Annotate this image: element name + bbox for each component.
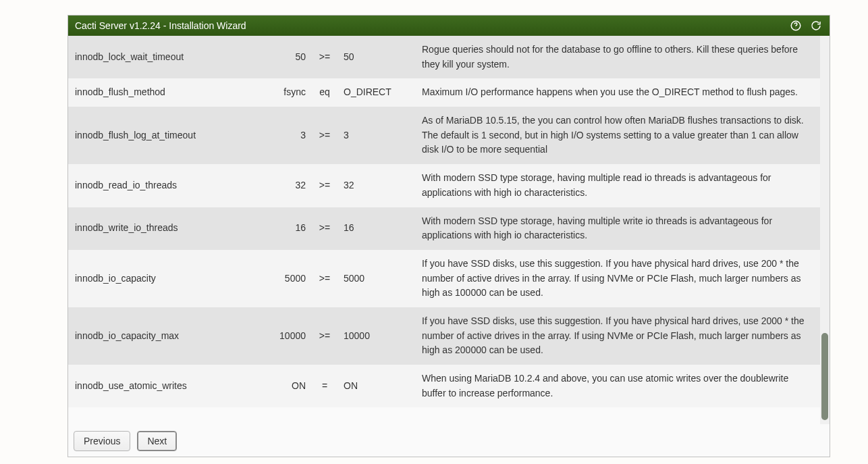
setting-recommended: 10000 bbox=[338, 307, 416, 365]
table-row: innodb_io_capacity 5000 >= 5000 If you h… bbox=[68, 250, 820, 307]
table-row: innodb_use_atomic_writes ON = ON When us… bbox=[68, 365, 820, 407]
setting-name: innodb_read_io_threads bbox=[68, 164, 244, 207]
settings-scroll-region: innodb_lock_wait_timeout 50 >= 50 Rogue … bbox=[68, 36, 820, 424]
setting-op: = bbox=[311, 365, 338, 407]
setting-recommended: 3 bbox=[338, 107, 416, 164]
setting-name: innodb_flush_log_at_timeout bbox=[68, 107, 244, 164]
setting-recommended: O_DIRECT bbox=[338, 78, 416, 107]
help-icon[interactable] bbox=[789, 19, 803, 32]
setting-name: innodb_write_io_threads bbox=[68, 207, 244, 250]
setting-op: >= bbox=[311, 107, 338, 164]
table-row: innodb_flush_log_at_timeout 3 >= 3 As of… bbox=[68, 107, 820, 164]
wizard-footer: Previous Next bbox=[68, 424, 830, 457]
setting-op: eq bbox=[311, 78, 338, 107]
setting-name: innodb_flush_method bbox=[68, 78, 244, 107]
reload-icon[interactable] bbox=[809, 19, 823, 32]
setting-recommended: 50 bbox=[338, 36, 416, 78]
table-row: innodb_io_capacity_max 10000 >= 10000 If… bbox=[68, 307, 820, 365]
previous-button[interactable]: Previous bbox=[74, 431, 130, 451]
setting-current: 50 bbox=[244, 36, 311, 78]
setting-desc: Rogue queries should not for the databas… bbox=[416, 36, 820, 78]
table-row: innodb_write_io_threads 16 >= 16 With mo… bbox=[68, 207, 820, 250]
table-row: innodb_lock_wait_timeout 50 >= 50 Rogue … bbox=[68, 36, 820, 78]
setting-current: 3 bbox=[244, 107, 311, 164]
setting-desc: If you have SSD disks, use this suggesti… bbox=[416, 250, 820, 307]
setting-recommended: ON bbox=[338, 365, 416, 407]
setting-name: innodb_io_capacity_max bbox=[68, 307, 244, 365]
setting-current: fsync bbox=[244, 78, 311, 107]
svg-point-1 bbox=[796, 28, 796, 28]
setting-desc: If you have SSD disks, use this suggesti… bbox=[416, 307, 820, 365]
setting-desc: Maximum I/O performance happens when you… bbox=[416, 78, 820, 107]
setting-current: 5000 bbox=[244, 250, 311, 307]
next-button[interactable]: Next bbox=[137, 431, 177, 451]
vertical-scrollbar[interactable] bbox=[820, 36, 830, 424]
setting-current: 10000 bbox=[244, 307, 311, 365]
setting-current: 32 bbox=[244, 164, 311, 207]
setting-op: >= bbox=[311, 307, 338, 365]
setting-op: >= bbox=[311, 250, 338, 307]
setting-name: innodb_io_capacity bbox=[68, 250, 244, 307]
setting-op: >= bbox=[311, 164, 338, 207]
setting-desc: When using MariaDB 10.2.4 and above, you… bbox=[416, 365, 820, 407]
setting-current: 16 bbox=[244, 207, 311, 250]
setting-desc: With modern SSD type storage, having mul… bbox=[416, 207, 820, 250]
setting-name: innodb_use_atomic_writes bbox=[68, 365, 244, 407]
setting-name: innodb_lock_wait_timeout bbox=[68, 36, 244, 78]
db-settings-table: innodb_lock_wait_timeout 50 >= 50 Rogue … bbox=[68, 36, 820, 407]
setting-recommended: 5000 bbox=[338, 250, 416, 307]
window-titlebar: Cacti Server v1.2.24 - Installation Wiza… bbox=[68, 16, 830, 36]
table-row: innodb_flush_method fsync eq O_DIRECT Ma… bbox=[68, 78, 820, 107]
install-wizard-window: Cacti Server v1.2.24 - Installation Wiza… bbox=[67, 15, 830, 457]
setting-recommended: 32 bbox=[338, 164, 416, 207]
scrollbar-thumb[interactable] bbox=[821, 333, 828, 420]
table-row: innodb_read_io_threads 32 >= 32 With mod… bbox=[68, 164, 820, 207]
setting-recommended: 16 bbox=[338, 207, 416, 250]
setting-current: ON bbox=[244, 365, 311, 407]
setting-desc: As of MariaDB 10.5.15, the you can contr… bbox=[416, 107, 820, 164]
wizard-content: innodb_lock_wait_timeout 50 >= 50 Rogue … bbox=[68, 36, 830, 424]
window-title: Cacti Server v1.2.24 - Installation Wiza… bbox=[75, 20, 782, 31]
setting-op: >= bbox=[311, 36, 338, 78]
setting-op: >= bbox=[311, 207, 338, 250]
setting-desc: With modern SSD type storage, having mul… bbox=[416, 164, 820, 207]
